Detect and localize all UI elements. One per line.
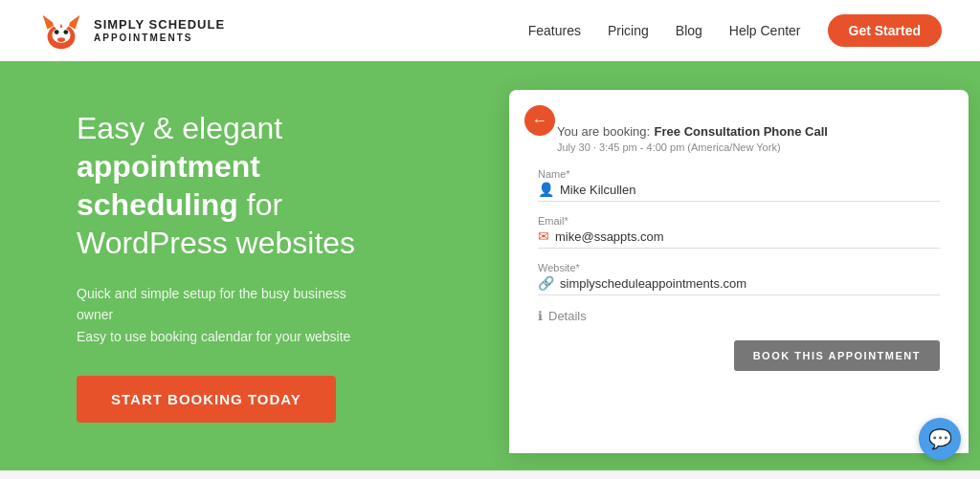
email-input[interactable] — [555, 229, 940, 244]
website-input[interactable] — [560, 276, 940, 291]
hero-section: Easy & elegant appointment scheduling fo… — [0, 61, 980, 470]
featured-bar: Featured On — [0, 470, 980, 479]
name-input-row: 👤 — [538, 182, 940, 202]
hero-right: ← You are booking: Free Consultation Pho… — [440, 61, 980, 470]
back-button[interactable]: ← — [524, 105, 555, 136]
name-input[interactable] — [560, 183, 940, 197]
svg-point-8 — [57, 37, 65, 42]
link-icon: 🔗 — [538, 275, 554, 291]
name-field-group: Name* 👤 — [538, 168, 940, 202]
nav-link-features[interactable]: Features — [528, 23, 581, 38]
hero-desc-line2: Easy to use booking calendar for your we… — [77, 329, 350, 344]
logo-text: Simply Schedule Appointments — [94, 18, 225, 42]
hero-left: Easy & elegant appointment scheduling fo… — [77, 61, 440, 470]
hero-desc-line1: Quick and simple setup for the busy busi… — [77, 286, 346, 322]
info-icon: ℹ — [538, 309, 543, 323]
booking-datetime: July 30 · 3:45 pm - 4:00 pm (America/New… — [557, 142, 940, 153]
person-icon: 👤 — [538, 182, 554, 197]
tagline-line1: Easy & elegant — [77, 111, 282, 145]
website-field-group: Website* 🔗 — [538, 262, 940, 295]
website-label: Website* — [538, 262, 940, 273]
tagline-bold1: appointment — [77, 149, 260, 184]
nav-link-help[interactable]: Help Center — [729, 23, 801, 38]
email-field-group: Email* ✉ — [538, 215, 940, 249]
tagline-line3: WordPress websites — [77, 226, 355, 260]
svg-point-7 — [63, 30, 68, 34]
chat-icon: 💬 — [928, 427, 952, 450]
email-label: Email* — [538, 215, 940, 227]
details-row: ℹ Details — [538, 309, 940, 323]
hero-description: Quick and simple setup for the busy busi… — [77, 283, 364, 347]
navbar: Simply Schedule Appointments Features Pr… — [0, 0, 980, 61]
svg-point-6 — [55, 30, 59, 34]
tagline-bold2: scheduling — [77, 187, 238, 222]
booking-info: You are booking: Free Consultation Phone… — [557, 122, 940, 153]
nav-link-pricing[interactable]: Pricing — [608, 23, 649, 38]
fox-logo-icon — [38, 8, 84, 54]
logo: Simply Schedule Appointments — [38, 8, 225, 54]
tagline-line2: for — [247, 187, 282, 222]
get-started-button[interactable]: Get Started — [828, 14, 942, 47]
you-are-booking-label: You are booking: — [557, 124, 650, 139]
nav-link-blog[interactable]: Blog — [676, 23, 702, 38]
details-label: Details — [548, 309, 587, 323]
hero-tagline: Easy & elegant appointment scheduling fo… — [77, 109, 440, 262]
nav-links: Features Pricing Blog Help Center Get St… — [528, 14, 942, 47]
email-input-row: ✉ — [538, 229, 940, 249]
start-booking-button[interactable]: START BOOKING TODAY — [77, 376, 336, 423]
name-label: Name* — [538, 168, 940, 180]
logo-title: Simply Schedule — [94, 18, 225, 32]
booking-card: ← You are booking: Free Consultation Pho… — [509, 90, 969, 453]
book-appointment-button[interactable]: BOOK THIS APPOINTMENT — [734, 340, 940, 371]
booking-service-name: Free Consultation Phone Call — [655, 124, 828, 139]
logo-subtitle: Appointments — [94, 33, 225, 43]
email-icon: ✉ — [538, 229, 549, 244]
chat-bubble[interactable]: 💬 — [919, 418, 961, 460]
website-input-row: 🔗 — [538, 275, 940, 295]
